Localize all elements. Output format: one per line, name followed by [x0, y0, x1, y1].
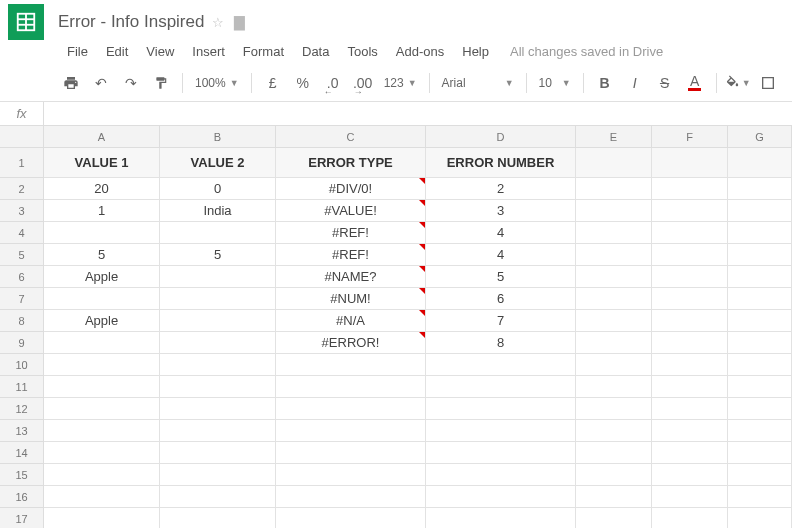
cell-B12[interactable]: [160, 398, 276, 420]
font-size-select[interactable]: 10▼: [535, 76, 575, 90]
cell-D3[interactable]: 3: [426, 200, 576, 222]
folder-icon[interactable]: ▇: [234, 14, 245, 30]
col-header-F[interactable]: F: [652, 126, 728, 148]
cell-A14[interactable]: [44, 442, 160, 464]
cell-C10[interactable]: [276, 354, 426, 376]
cell-F4[interactable]: [652, 222, 728, 244]
cell-G1[interactable]: [728, 148, 792, 178]
cell-A7[interactable]: [44, 288, 160, 310]
cell-D9[interactable]: 8: [426, 332, 576, 354]
row-header-4[interactable]: 4: [0, 222, 44, 244]
percent-button[interactable]: %: [290, 70, 316, 96]
cell-F6[interactable]: [652, 266, 728, 288]
cell-G2[interactable]: [728, 178, 792, 200]
row-header-17[interactable]: 17: [0, 508, 44, 528]
cell-B10[interactable]: [160, 354, 276, 376]
cell-G10[interactable]: [728, 354, 792, 376]
cell-E2[interactable]: [576, 178, 652, 200]
menu-file[interactable]: File: [58, 41, 97, 62]
cell-E11[interactable]: [576, 376, 652, 398]
row-header-11[interactable]: 11: [0, 376, 44, 398]
cell-D11[interactable]: [426, 376, 576, 398]
select-all-corner[interactable]: [0, 126, 44, 148]
cell-C9[interactable]: #ERROR!: [276, 332, 426, 354]
cell-D5[interactable]: 4: [426, 244, 576, 266]
row-header-1[interactable]: 1: [0, 148, 44, 178]
cell-B14[interactable]: [160, 442, 276, 464]
cell-E8[interactable]: [576, 310, 652, 332]
cell-G3[interactable]: [728, 200, 792, 222]
cell-B2[interactable]: 0: [160, 178, 276, 200]
cell-A4[interactable]: [44, 222, 160, 244]
row-header-14[interactable]: 14: [0, 442, 44, 464]
cell-G15[interactable]: [728, 464, 792, 486]
cell-G5[interactable]: [728, 244, 792, 266]
cell-B5[interactable]: 5: [160, 244, 276, 266]
row-header-5[interactable]: 5: [0, 244, 44, 266]
cell-E16[interactable]: [576, 486, 652, 508]
cell-F10[interactable]: [652, 354, 728, 376]
undo-icon[interactable]: ↶: [88, 70, 114, 96]
cell-E10[interactable]: [576, 354, 652, 376]
text-color-button[interactable]: A: [682, 70, 708, 96]
col-header-C[interactable]: C: [276, 126, 426, 148]
cell-E17[interactable]: [576, 508, 652, 528]
cell-F17[interactable]: [652, 508, 728, 528]
cell-B4[interactable]: [160, 222, 276, 244]
cell-B9[interactable]: [160, 332, 276, 354]
cell-C4[interactable]: #REF!: [276, 222, 426, 244]
cell-A11[interactable]: [44, 376, 160, 398]
cell-G7[interactable]: [728, 288, 792, 310]
menu-insert[interactable]: Insert: [183, 41, 234, 62]
cell-G6[interactable]: [728, 266, 792, 288]
menu-edit[interactable]: Edit: [97, 41, 137, 62]
increase-decimal-button[interactable]: .00→: [350, 70, 376, 96]
cell-F5[interactable]: [652, 244, 728, 266]
cell-F14[interactable]: [652, 442, 728, 464]
cell-A12[interactable]: [44, 398, 160, 420]
row-header-9[interactable]: 9: [0, 332, 44, 354]
row-header-8[interactable]: 8: [0, 310, 44, 332]
cell-C13[interactable]: [276, 420, 426, 442]
cell-D14[interactable]: [426, 442, 576, 464]
font-select[interactable]: Arial▼: [438, 76, 518, 90]
cell-A3[interactable]: 1: [44, 200, 160, 222]
cell-C14[interactable]: [276, 442, 426, 464]
cell-D15[interactable]: [426, 464, 576, 486]
menu-format[interactable]: Format: [234, 41, 293, 62]
cell-D4[interactable]: 4: [426, 222, 576, 244]
cell-F13[interactable]: [652, 420, 728, 442]
cell-F12[interactable]: [652, 398, 728, 420]
row-header-6[interactable]: 6: [0, 266, 44, 288]
col-header-E[interactable]: E: [576, 126, 652, 148]
redo-icon[interactable]: ↷: [118, 70, 144, 96]
col-header-B[interactable]: B: [160, 126, 276, 148]
cell-A2[interactable]: 20: [44, 178, 160, 200]
col-header-G[interactable]: G: [728, 126, 792, 148]
cell-C6[interactable]: #NAME?: [276, 266, 426, 288]
cell-D8[interactable]: 7: [426, 310, 576, 332]
row-header-10[interactable]: 10: [0, 354, 44, 376]
cell-C2[interactable]: #DIV/0!: [276, 178, 426, 200]
cell-B11[interactable]: [160, 376, 276, 398]
cell-F7[interactable]: [652, 288, 728, 310]
cell-A10[interactable]: [44, 354, 160, 376]
cell-E14[interactable]: [576, 442, 652, 464]
cell-B8[interactable]: [160, 310, 276, 332]
cell-D7[interactable]: 6: [426, 288, 576, 310]
formula-input[interactable]: [44, 102, 792, 125]
cell-G14[interactable]: [728, 442, 792, 464]
cell-A17[interactable]: [44, 508, 160, 528]
cell-A15[interactable]: [44, 464, 160, 486]
row-header-16[interactable]: 16: [0, 486, 44, 508]
menu-addons[interactable]: Add-ons: [387, 41, 453, 62]
cell-A1[interactable]: VALUE 1: [44, 148, 160, 178]
cell-D2[interactable]: 2: [426, 178, 576, 200]
cell-E15[interactable]: [576, 464, 652, 486]
paint-format-icon[interactable]: [148, 70, 174, 96]
cell-B7[interactable]: [160, 288, 276, 310]
cell-E6[interactable]: [576, 266, 652, 288]
cell-A8[interactable]: Apple: [44, 310, 160, 332]
cell-E5[interactable]: [576, 244, 652, 266]
cell-G12[interactable]: [728, 398, 792, 420]
